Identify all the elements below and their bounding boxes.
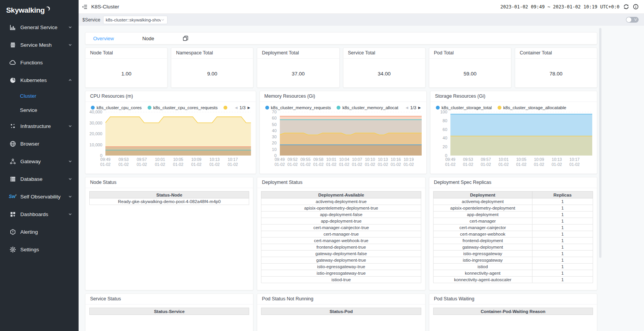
table-cell: app-deployment-true xyxy=(261,218,421,224)
sidebar-item-functions[interactable]: Functions xyxy=(0,54,79,71)
sidebar-item-label: Service Mesh xyxy=(20,42,68,48)
legend-next-icon[interactable]: ▶ xyxy=(418,106,421,110)
y-axis: 40,00030,00020,00010,0000 xyxy=(85,112,105,156)
content-scrollbar[interactable] xyxy=(599,28,601,258)
legend-item[interactable]: k8s_cluster_cpu_cores_requests xyxy=(148,105,218,110)
table-row: cert-manager-cainjector-true xyxy=(261,224,421,231)
time-range-picker[interactable]: 2023-01-02 09:49 ~ 2023-01-02 10:19 UTC+… xyxy=(500,4,619,10)
table-cell: 1 xyxy=(532,270,593,277)
widget-pod-status-not-running: Pod Status Not Running Status-Pod xyxy=(257,293,425,331)
view-edit-toggle[interactable]: V xyxy=(626,17,639,23)
table-scroll[interactable]: Deployment-Availableactivemq-deployment-… xyxy=(261,191,421,283)
x-axis-tick: 10:1001-02 xyxy=(365,157,375,167)
table-cell: konnectivity-agent xyxy=(433,270,532,277)
widget-pod-status-waiting: Pod Status Waiting Container-Pod-Waiting… xyxy=(429,293,597,331)
sidebar-subitem-cluster[interactable]: Cluster xyxy=(0,89,79,103)
info-icon[interactable] xyxy=(633,4,639,10)
tab-overview[interactable]: Overview xyxy=(93,36,114,41)
sidebar-collapse-icon[interactable] xyxy=(82,4,88,10)
x-axis-tick: 09:5701-02 xyxy=(136,157,147,167)
copy-icon[interactable] xyxy=(182,35,189,41)
stat-card-node-total: Node Total 1.00 xyxy=(85,48,168,88)
x-axis-tick: 10:1701-02 xyxy=(228,157,238,167)
table-cell: apisix-opentelemetry-deployment-true xyxy=(261,205,421,211)
table-cell: cert-manager-cainjector-true xyxy=(261,224,421,231)
table-cell: 1 xyxy=(532,257,593,264)
x-axis-tick: 10:0501-02 xyxy=(173,157,183,167)
tables-row: Node Status Status-NodeReady-gke-skywalk… xyxy=(85,177,597,290)
app-logo[interactable]: Skywalking xyxy=(0,0,79,18)
sidebar-item-alerting[interactable]: Alerting xyxy=(0,223,79,241)
sidebar-item-database[interactable]: Database xyxy=(0,170,79,188)
y-axis-tick: 10 xyxy=(272,147,276,152)
service-select[interactable]: k8s-cluster::skywalking-showca xyxy=(103,16,168,24)
sidebar-item-self-observability[interactable]: Swʻ Self Observability xyxy=(0,188,79,205)
sidebar-item-service-mesh[interactable]: Service Mesh xyxy=(0,36,79,54)
sidebar-item-label: General Service xyxy=(20,25,68,30)
table-header: Deployment xyxy=(433,192,532,198)
sidebar-item-infrastructure[interactable]: Infrastructure xyxy=(0,117,79,135)
globe-icon xyxy=(9,140,16,147)
legend-item[interactable]: k8s_cluster_memory_allocat xyxy=(337,105,398,110)
table-cell: istio-ingressgateway-true xyxy=(261,270,421,277)
table-row: konnectivity-agent-autoscaler1 xyxy=(433,277,593,283)
legend-prev-icon[interactable]: ◀ xyxy=(406,106,408,110)
x-axis-tick: 09:5301-02 xyxy=(463,157,473,167)
x-axis: 09:4901-0209:5301-0209:5701-0210:0101-02… xyxy=(450,156,592,168)
legend-dot-icon xyxy=(91,106,95,110)
x-axis-tick: 10:0501-02 xyxy=(516,157,526,167)
chart-plot[interactable] xyxy=(280,112,422,156)
chevron-down-icon xyxy=(68,25,72,29)
sidebar-item-general-service[interactable]: General Service xyxy=(0,18,79,36)
table-cell: 1 xyxy=(532,251,593,257)
data-table: DeploymentReplicasactivemq-deployment1ap… xyxy=(433,191,593,283)
widget-title: Pod Total xyxy=(429,48,511,59)
y-axis-tick: 40 xyxy=(272,128,276,133)
page-header: K8S-Cluster 2023-01-02 09:49 ~ 2023-01-0… xyxy=(79,0,644,14)
sidebar-item-kubernetes[interactable]: Kubernetes xyxy=(0,71,79,89)
widget-title: Memory Resources (Gi) xyxy=(260,91,426,102)
chart-legend: k8s_cluster_memory_requests k8s_cluster_… xyxy=(260,102,426,112)
table-cell: Ready-gke-skywalking-demo-pool-4-082a48f… xyxy=(90,198,249,205)
chevron-down-icon xyxy=(68,177,72,181)
table-cell: istio-egressgateway-true xyxy=(261,264,421,270)
table-cell: apisix-opentelemetry-deployment xyxy=(433,205,532,211)
cloud-icon xyxy=(9,59,16,66)
y-axis: 706050403020100 xyxy=(260,112,280,156)
x-axis-tick: 09:4901-02 xyxy=(100,157,111,167)
table-scroll[interactable]: Status-Service xyxy=(89,308,249,315)
table-scroll[interactable]: Status-Pod xyxy=(261,308,421,315)
x-axis: 09:4901-0209:5201-0209:5501-0209:5801-02… xyxy=(280,156,422,168)
legend-prev-icon[interactable]: ◀ xyxy=(235,106,238,110)
chart-plot[interactable] xyxy=(105,112,251,156)
sidebar-item-gateway[interactable]: Gateway xyxy=(0,152,79,170)
table-scroll[interactable]: DeploymentReplicasactivemq-deployment1ap… xyxy=(433,191,593,283)
sidebar-subitem-service[interactable]: Service xyxy=(0,103,79,117)
table-row: istiod-true xyxy=(261,277,421,283)
tabs-bar: OverviewNode xyxy=(85,32,597,44)
chart-plot[interactable] xyxy=(450,112,592,156)
legend-item[interactable]: k8s_cluster_storage_allocatable xyxy=(498,105,566,110)
y-axis-tick: 80 xyxy=(443,118,447,123)
tab-node[interactable]: Node xyxy=(142,36,154,41)
y-axis-tick: 40,000 xyxy=(89,110,102,114)
sidebar: Skywalking General Service Service Mesh … xyxy=(0,0,79,331)
legend-dot-icon xyxy=(223,106,227,110)
table-cell: 1 xyxy=(532,211,593,218)
table-row: app-deployment-true xyxy=(261,218,421,224)
table-scroll[interactable]: Status-NodeReady-gke-skywalking-demo-poo… xyxy=(89,191,249,205)
toggle-label: V xyxy=(634,17,637,21)
grid-icon xyxy=(9,211,16,218)
data-table: Deployment-Availableactivemq-deployment-… xyxy=(261,191,421,283)
legend-item[interactable] xyxy=(223,106,229,110)
sidebar-item-settings[interactable]: Settings xyxy=(0,241,79,258)
stat-value: 34.00 xyxy=(343,59,425,77)
sidebar-item-dashboards[interactable]: Dashboards xyxy=(0,205,79,223)
table-scroll[interactable]: Container-Pod-Waiting Reason xyxy=(433,308,593,315)
stat-value: 78.00 xyxy=(515,59,597,77)
refresh-icon[interactable] xyxy=(623,4,629,10)
chevron-down-icon xyxy=(68,124,72,128)
legend-next-icon[interactable]: ▶ xyxy=(248,106,250,110)
service-label: $Service xyxy=(82,17,100,23)
sidebar-item-browser[interactable]: Browser xyxy=(0,135,79,152)
